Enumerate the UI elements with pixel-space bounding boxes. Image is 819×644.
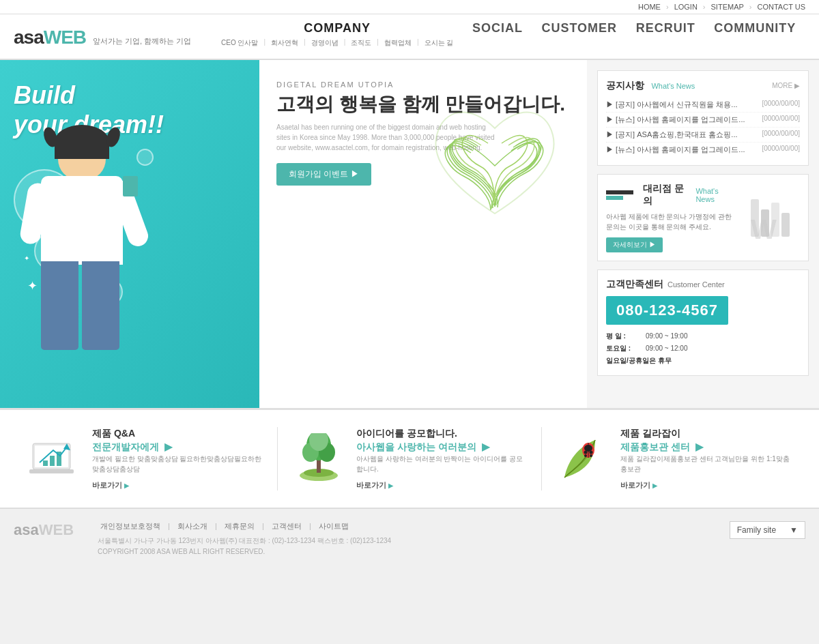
nav-company[interactable]: COMPANY CEO 인사말 | 회사연혁 | 경영이념 | 조직도 | 협력… <box>221 21 453 53</box>
svg-point-22 <box>584 451 587 454</box>
feature-qa-arrow: ▶ <box>164 441 173 452</box>
feature-idea-link-arrow: ▶ <box>388 482 393 489</box>
nav-contact[interactable]: CONTACT US <box>758 3 806 11</box>
hours-label-holiday: 일요일/공휴일은 휴무 <box>606 355 672 367</box>
feature-qa-title: 제품 Q&A <box>92 427 263 440</box>
hours-weekday: 평 일 : 09:00 ~ 19:00 <box>606 330 800 342</box>
news-more-btn[interactable]: MORE ▶ <box>772 82 800 89</box>
footer-link-about[interactable]: 회사소개 <box>177 522 207 530</box>
nav-home[interactable]: HOME <box>638 3 661 11</box>
footer-link-sitemap[interactable]: 사이트맵 <box>319 522 349 530</box>
hero-register-btn[interactable]: 회원가입 이벤트 ▶ <box>276 163 371 186</box>
footer-addr-line2: COPYRIGHT 2008 ASA WEB ALL RIGHT RESERVE… <box>98 546 391 557</box>
nav-ceo[interactable]: CEO 인사말 <box>221 38 258 48</box>
feature-guide-desc: 제품 길라잡이제품홍보관 센터 고객님만을 위한 1:1맞춤 홍보관 <box>620 454 792 474</box>
nav-social-label: SOCIAL <box>472 21 523 35</box>
news-box: 공지사항 What's News MORE ▶ ▶ [공지] 아사웹에서 신규직… <box>597 70 809 166</box>
footer-right: Family site ▼ <box>730 521 805 539</box>
chevron-down-icon: ▼ <box>790 525 798 535</box>
nav-social[interactable]: SOCIAL <box>472 21 523 41</box>
inquiry-box: 대리점 문의 What's News 아사웹 제품에 대한 문의나 가맹정에 관… <box>597 174 809 261</box>
feature-guide-arrow: ▶ <box>695 441 704 452</box>
inquiry-image: W <box>745 183 800 252</box>
footer-link-partner[interactable]: 제휴문의 <box>225 522 255 530</box>
nav-company-sub: CEO 인사말 | 회사연혁 | 경영이념 | 조직도 | 협력업체 | 오시는… <box>221 38 453 48</box>
news-date-1: [0000/00/00] <box>762 100 800 110</box>
nav-org[interactable]: 조직도 <box>351 38 371 48</box>
svg-rect-7 <box>29 469 74 473</box>
logo-tagline: 앞서가는 기업, 함께하는 기업 <box>93 36 191 46</box>
footer-logo-asa: asa <box>14 521 39 538</box>
top-bar: HOME › LOGIN › SITEMAP › CONTACT US <box>0 0 819 14</box>
nav-partner[interactable]: 협력업체 <box>384 38 412 48</box>
feature-qa-content: 제품 Q&A 전문개발자에게 ▶ 개발에 필요한 맞춤맞춤상담 필요하한맞춤상담… <box>92 427 263 491</box>
sep3: › <box>749 3 752 11</box>
feature-idea: 아이디어를 공모합니다. 아사웹을 사랑하는 여러분의 ▶ 아사웹을 사랑하는 … <box>278 427 542 491</box>
hero-section: Build your dream!! ✦ <box>0 60 819 408</box>
nav-recruit[interactable]: RECRUIT <box>636 21 695 41</box>
family-site-select[interactable]: Family site ▼ <box>730 521 805 539</box>
hours-label-weekday: 평 일 : <box>606 330 640 342</box>
feature-idea-subtitle: 아사웹을 사랑하는 여러분의 ▶ <box>356 440 528 454</box>
news-item-4[interactable]: ▶ [뉴스] 아사웹 홈페이지를 업그레이드... [0000/00/00] <box>606 143 800 157</box>
inquiry-detail-btn[interactable]: 자세히보기 ▶ <box>606 237 663 252</box>
logo[interactable]: asaWEB 앞서가는 기업, 함께하는 기업 <box>14 27 191 48</box>
phone-number[interactable]: 080-123-4567 <box>606 296 728 325</box>
header: asaWEB 앞서가는 기업, 함께하는 기업 COMPANY CEO 인사말 … <box>0 14 819 60</box>
news-item-1[interactable]: ▶ [공지] 아사웹에서 신규직원을 채용... [0000/00/00] <box>606 98 800 113</box>
news-item-3[interactable]: ▶ [공지] ASA홈쇼핑,한국대표 홈쇼핑... [0000/00/00] <box>606 128 800 143</box>
feature-qa-link[interactable]: 바로가기 ▶ <box>92 481 129 489</box>
hours-grid: 평 일 : 09:00 ~ 19:00 토요일 : 09:00 ~ 12:00 … <box>606 330 800 367</box>
inquiry-bar-dark <box>606 190 633 194</box>
inquiry-title-kr: 대리점 문의 <box>643 183 692 207</box>
svg-rect-3 <box>781 213 790 237</box>
feature-guide-icon <box>556 427 610 491</box>
nav-recruit-label: RECRUIT <box>636 21 695 35</box>
nav-vision[interactable]: 경영이념 <box>311 38 339 48</box>
svg-point-23 <box>589 451 592 454</box>
footer-link-privacy[interactable]: 개인정보보호정책 <box>100 522 160 530</box>
feature-idea-desc: 아사웹을 사랑하는 여러분의 반짝이는 아이디어를 공모합니다. <box>356 454 528 474</box>
feature-guide-link-arrow: ▶ <box>652 482 657 489</box>
svg-rect-9 <box>50 456 55 466</box>
customer-center-box: 고객만족센터 Customer Center 080-123-4567 평 일 … <box>597 269 809 376</box>
sep2: › <box>703 3 706 11</box>
nav-sitemap[interactable]: SITEMAP <box>711 3 744 11</box>
feature-guide-title: 제품 길라잡이 <box>620 427 792 440</box>
nav-location[interactable]: 오시는 길 <box>425 38 454 48</box>
nav-community[interactable]: COMMUNITY <box>714 21 796 41</box>
feature-qa: 제품 Q&A 전문개발자에게 ▶ 개발에 필요한 맞춤맞춤상담 필요하한맞춤상담… <box>14 427 278 491</box>
nav-customer[interactable]: CUSTOMER <box>541 21 617 41</box>
feature-qa-icon <box>27 427 82 491</box>
nav-customer-label: CUSTOMER <box>541 21 617 35</box>
hours-holiday: 일요일/공휴일은 휴무 <box>606 355 800 367</box>
news-item-2[interactable]: ▶ [뉴스] 아사웹 홈페이지를 업그레이드... [0000/00/00] <box>606 113 800 128</box>
feature-guide-content: 제품 길라잡이 제품홍보관 센터 ▶ 제품 길라잡이제품홍보관 센터 고객님만을… <box>620 427 792 491</box>
hours-saturday: 토요일 : 09:00 ~ 12:00 <box>606 342 800 355</box>
footer-address: 서울특별시 가나구 가나동 123번지 아사웹(주) 대표전화 : (02)-1… <box>98 536 391 557</box>
feature-idea-link[interactable]: 바로가기 ▶ <box>356 481 393 489</box>
feature-guide-link[interactable]: 바로가기 ▶ <box>620 481 657 489</box>
inquiry-title-en: What's News <box>695 187 738 203</box>
heart-scribble <box>416 87 573 244</box>
nav-login[interactable]: LOGIN <box>674 3 698 11</box>
nav-company-label: COMPANY <box>221 21 453 35</box>
news-text-2: ▶ [뉴스] 아사웹 홈페이지를 업그레이드... <box>606 115 758 125</box>
svg-text:W: W <box>751 214 777 244</box>
nav-history[interactable]: 회사연혁 <box>271 38 298 48</box>
footer-addr-line1: 서울특별시 가나구 가나동 123번지 아사웹(주) 대표전화 : (02)-1… <box>98 536 391 546</box>
feature-idea-content: 아이디어를 공모합니다. 아사웹을 사랑하는 여러분의 ▶ 아사웹을 사랑하는 … <box>356 427 528 491</box>
news-list: ▶ [공지] 아사웹에서 신규직원을 채용... [0000/00/00] ▶ … <box>606 98 800 157</box>
logo-asa: asa <box>14 27 44 48</box>
hours-label-sat: 토요일 : <box>606 342 640 355</box>
footer-link-customer[interactable]: 고객센터 <box>272 522 302 530</box>
news-date-2: [0000/00/00] <box>762 115 800 125</box>
customer-title-en: Customer Center <box>667 280 725 289</box>
inquiry-bar-teal <box>606 196 623 200</box>
feature-idea-icon <box>291 427 346 491</box>
customer-title-row: 고객만족센터 Customer Center <box>606 278 800 291</box>
feature-qa-desc: 개발에 필요한 맞춤맞춤상담 필요하한맞춤상담필요하한맞춤상담춤상담 <box>92 454 263 474</box>
feature-idea-arrow: ▶ <box>482 441 490 452</box>
hero-sidebar: 공지사항 What's News MORE ▶ ▶ [공지] 아사웹에서 신규직… <box>587 60 819 408</box>
features-section: 제품 Q&A 전문개발자에게 ▶ 개발에 필요한 맞춤맞춤상담 필요하한맞춤상담… <box>0 408 819 508</box>
